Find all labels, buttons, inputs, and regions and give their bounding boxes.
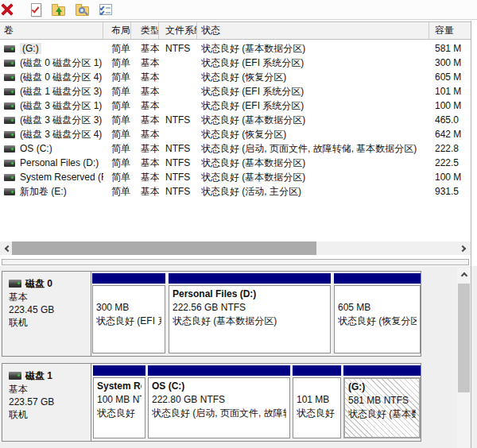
- table-row[interactable]: OS (C:) 简单 基本 NTFS 状态良好 (启动, 页面文件, 故障转储,…: [0, 141, 471, 156]
- properties-check-icon: [31, 3, 41, 17]
- checklist-icon: [99, 4, 112, 15]
- vertical-scrollbar-thumb[interactable]: [458, 284, 470, 392]
- disk0-partition-d[interactable]: Personal Files (D:) 222.56 GB NTFS 状态良好 …: [169, 273, 331, 354]
- volume-status: 状态良好 (恢复分区): [197, 127, 429, 141]
- partition-color-bar: [334, 273, 421, 284]
- column-header-capacity[interactable]: 容量: [429, 22, 471, 39]
- disk1-partition-system-reserved[interactable]: System Reserved 100 MB NTFS 状态良好: [93, 365, 145, 439]
- volume-layout: 简单: [103, 41, 131, 56]
- volume-status: 状态良好 (基本数据分区): [197, 113, 429, 127]
- volume-icon: [4, 102, 15, 110]
- partition-color-bar: [93, 365, 145, 376]
- volume-name: OS (C:): [20, 143, 52, 154]
- partition-status: 状态良好 (EFI 系统分区): [96, 315, 161, 328]
- chevron-right-icon: [460, 245, 466, 251]
- column-header-volume[interactable]: 卷: [0, 22, 103, 39]
- volume-type: 基本: [131, 127, 159, 141]
- volume-icon: [4, 131, 15, 138]
- volume-capacity: 300 M: [429, 56, 471, 70]
- volume-fs: NTFS: [159, 170, 197, 184]
- volume-capacity: 642 M: [429, 127, 471, 141]
- partition-status: 状态良好 (EFI 系统分区): [297, 407, 337, 420]
- volume-capacity: 101 M: [429, 84, 471, 98]
- volume-type: 基本: [131, 184, 159, 199]
- disk-icon: [9, 280, 21, 288]
- table-row[interactable]: (磁盘 3 磁盘分区 3) 简单 基本 NTFS 状态良好 (基本数据分区) 4…: [0, 113, 471, 127]
- column-header-layout[interactable]: 布局: [103, 22, 131, 39]
- partition-size: 222.56 GB NTFS: [173, 301, 327, 315]
- volume-fs: NTFS: [159, 41, 197, 56]
- horizontal-scrollbar[interactable]: [0, 241, 471, 255]
- partition-color-bar: [343, 365, 421, 376]
- table-row[interactable]: (磁盘 0 磁盘分区 1) 简单 基本 状态良好 (EFI 系统分区) 300 …: [0, 56, 471, 70]
- table-row[interactable]: (磁盘 0 磁盘分区 4) 简单 基本 状态良好 (恢复分区) 605 M: [0, 70, 471, 84]
- volume-type: 基本: [131, 56, 159, 70]
- chevron-up-icon: [460, 272, 467, 279]
- horizontal-scrollbar-thumb[interactable]: [12, 241, 316, 255]
- toolbar: [0, 0, 477, 20]
- delete-volume-button[interactable]: [0, 2, 16, 17]
- volume-list-pane: 卷 布局 类型 文件系统 状态 容量 (G:) 简单 基本 NTFS 状态良好 …: [0, 21, 471, 266]
- pane-splitter[interactable]: [2, 259, 469, 265]
- properties-button[interactable]: [97, 2, 114, 17]
- scroll-right-button[interactable]: [457, 241, 471, 255]
- disk0-partition-efi[interactable]: 300 MB 状态良好 (EFI 系统分区): [92, 273, 165, 354]
- volume-name: (磁盘 0 磁盘分区 4): [20, 71, 102, 83]
- volume-name: System Reserved (F:): [20, 172, 103, 183]
- partition-size: 300 MB: [96, 301, 161, 315]
- disk1-partition-g-selected[interactable]: (G:) 581 MB NTFS 状态良好 (基本数据分区): [343, 365, 421, 439]
- chevron-left-icon: [5, 245, 11, 251]
- scroll-up-button[interactable]: [457, 268, 471, 281]
- pane-right-border: [471, 266, 471, 448]
- table-row[interactable]: 新加卷 (E:) 简单 基本 NTFS 状态良好 (活动, 主分区) 931.5: [0, 184, 471, 199]
- volume-fs: NTFS: [159, 184, 197, 199]
- disk1-partition-efi[interactable]: 101 MB 状态良好 (EFI 系统分区): [293, 365, 341, 439]
- volume-layout: 简单: [103, 113, 131, 127]
- volume-type: 基本: [131, 141, 159, 156]
- open-button[interactable]: [49, 2, 67, 17]
- check-properties-button[interactable]: [27, 2, 45, 17]
- table-row-g[interactable]: (G:) 简单 基本 NTFS 状态良好 (基本数据分区) 581 M: [0, 41, 471, 56]
- volume-fs: [159, 98, 197, 113]
- table-row[interactable]: System Reserved (F:) 简单 基本 NTFS 状态良好 (基本…: [0, 170, 471, 184]
- partition-color-bar: [169, 273, 331, 284]
- volume-name: (G:): [20, 43, 41, 54]
- volume-type: 基本: [131, 98, 159, 113]
- volume-capacity: 100 M: [429, 98, 471, 113]
- vertical-scrollbar[interactable]: [457, 268, 471, 448]
- disk-state: 联机: [9, 316, 86, 329]
- delete-icon: [1, 3, 14, 16]
- disk-0-info[interactable]: 磁盘 0 基本 223.45 GB 联机: [2, 272, 91, 356]
- volume-type: 基本: [131, 84, 159, 98]
- table-row[interactable]: (磁盘 3 磁盘分区 4) 简单 基本 状态良好 (恢复分区) 642 M: [0, 127, 471, 141]
- volume-status: 状态良好 (基本数据分区): [197, 41, 429, 56]
- column-header-filesystem[interactable]: 文件系统: [159, 22, 197, 39]
- disk-type: 基本: [9, 291, 86, 303]
- disk1-partition-c[interactable]: OS (C:) 222.80 GB NTFS 状态良好 (启动, 页面文件, 故…: [148, 365, 290, 439]
- volume-type: 基本: [131, 156, 159, 170]
- partition-status: 状态良好 (基本数据分区): [348, 407, 416, 421]
- volume-name: (磁盘 3 磁盘分区 4): [20, 129, 102, 140]
- partition-name: System Reserved: [97, 380, 142, 393]
- table-row[interactable]: (磁盘 3 磁盘分区 1) 简单 基本 状态良好 (EFI 系统分区) 100 …: [0, 98, 471, 113]
- column-header-type[interactable]: 类型: [131, 22, 159, 39]
- partition-status: 状态良好 (启动, 页面文件, 故障转储, 基本数据分区): [152, 407, 286, 420]
- disk-1-info[interactable]: 磁盘 1 基本 223.57 GB 联机: [2, 364, 91, 441]
- volume-status: 状态良好 (基本数据分区): [197, 156, 429, 170]
- table-row[interactable]: (磁盘 1 磁盘分区 3) 简单 基本 状态良好 (EFI 系统分区) 101 …: [0, 84, 471, 98]
- volume-layout: 简单: [103, 184, 131, 199]
- disk-name: 磁盘 0: [25, 278, 52, 289]
- volume-icon: [4, 45, 15, 52]
- disk-type: 基本: [9, 383, 86, 396]
- volume-capacity: 465.0: [429, 113, 471, 127]
- disk0-partition-recovery[interactable]: 605 MB 状态良好 (恢复分区): [334, 273, 421, 354]
- explore-button[interactable]: [73, 2, 91, 17]
- graphical-view-pane: 磁盘 0 基本 223.45 GB 联机 300 MB 状态良好 (EFI 系统…: [0, 266, 477, 448]
- partition-size: 101 MB: [297, 393, 337, 407]
- volume-fs: [159, 56, 197, 70]
- disk-state: 联机: [9, 408, 86, 421]
- column-header-status[interactable]: 状态: [197, 22, 429, 39]
- volume-layout: 简单: [103, 84, 131, 98]
- disk-name: 磁盘 1: [25, 370, 52, 381]
- table-row[interactable]: Personal Files (D:) 简单 基本 NTFS 状态良好 (基本数…: [0, 156, 471, 170]
